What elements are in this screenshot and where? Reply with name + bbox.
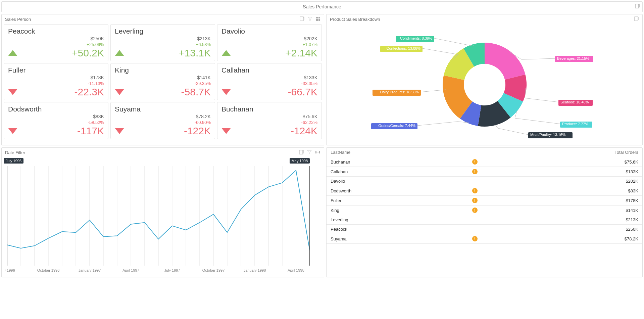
sales-card[interactable]: Fuller$178K-11.13%-22.3K [4,63,108,100]
range-start-badge[interactable]: July 1996 [4,158,23,164]
card-total: $78.2K [196,114,211,119]
card-name: Callahan [221,66,317,74]
trend-down-icon [115,89,124,95]
svg-rect-3 [318,17,320,18]
sales-card[interactable]: Davolio$202K+1.07%+2.14K [217,24,322,61]
donut-label: Meat/Poultry: 13.16% [528,132,573,138]
cell-total: $83K [503,188,638,193]
x-tick-label: April 1998 [288,268,304,272]
sales-card[interactable]: Callahan$133K-33.35%-66.7K [217,63,322,100]
table-row[interactable]: Suyama!$78.2K [327,234,642,244]
date-filter-panel: Date Filter July 1996 May 1998 July 1996… [1,147,324,277]
cell-lastname: Leverling [331,217,472,222]
card-total: $75.6K [303,114,317,119]
card-pct: -62.22% [301,120,317,125]
card-pct: -11.13% [88,81,104,86]
donut-label: Confections: 13.08% [380,46,423,52]
trend-down-icon [115,128,124,134]
trend-up-icon [221,50,231,56]
dashboard-title-bar: Sales Perfomance [1,1,643,12]
x-tick-label: April 1997 [122,268,139,272]
warning-icon: ! [472,159,478,165]
export-icon[interactable] [299,150,304,155]
card-pct: -33.35% [301,81,317,86]
svg-rect-5 [318,19,320,21]
x-tick-label: July 1997 [164,268,180,272]
svg-rect-0 [635,4,639,8]
table-row[interactable]: Leverling$213K [327,215,642,225]
filter-icon[interactable] [308,16,312,22]
card-total: $202K [304,36,317,41]
trend-up-icon [115,50,124,56]
cell-lastname: Suyama [331,236,472,241]
cell-total: $178K [503,198,638,203]
card-total: $133K [304,75,317,80]
card-total: $213K [197,36,211,41]
cell-lastname: Davolio [331,179,472,184]
col-header-total[interactable]: Total Orders [503,150,638,155]
sales-card[interactable]: Buchanan$75.6K-62.22%-124K [217,102,322,139]
cell-warn: ! [472,208,503,213]
warning-icon: ! [472,188,478,193]
sales-card[interactable]: Peacock$250K+25.09%+50.2K [4,24,108,61]
card-name: Davolio [221,27,317,35]
card-name: Dodsworth [8,105,104,113]
trend-up-icon [8,50,17,56]
filter-icon[interactable] [307,150,312,155]
line-chart[interactable]: July 1996October 1996January 1997April 1… [5,160,320,274]
card-delta: -122K [184,125,211,137]
cell-warn: ! [472,188,503,193]
card-total: $178K [91,75,104,80]
donut-label: Beverages: 21.15% [555,56,593,62]
card-delta: +50.2K [72,47,104,59]
x-tick-label: January 1998 [244,268,266,272]
table-row[interactable]: King!$141K [327,206,642,215]
table-row[interactable]: Dodsworth!$83K [327,186,642,196]
table-row[interactable]: Buchanan!$75.6K [327,157,642,167]
table-row[interactable]: Peacock$250K [327,225,642,234]
svg-text:Beverages: 21.15%: Beverages: 21.15% [557,56,589,60]
range-end-badge[interactable]: May 1998 [290,158,310,164]
range-handles-icon[interactable] [315,150,320,155]
export-icon[interactable] [634,16,639,22]
donut-chart[interactable]: Beverages: 21.15%Seafood: 10.46%Produce:… [357,28,612,138]
sales-card[interactable]: Dodsworth$83K-58.52%-117K [4,102,108,139]
warning-icon: ! [472,236,478,241]
card-delta: +13.1K [179,47,211,59]
x-tick-label: October 1996 [37,268,60,272]
card-total: $250K [91,36,104,41]
svg-text:Meat/Poultry: 13.16%: Meat/Poultry: 13.16% [530,133,565,137]
card-total: $141K [197,75,211,80]
svg-rect-25 [319,151,320,153]
donut-label: Seafood: 10.46% [558,100,593,106]
x-tick-label: July 1996 [5,268,15,272]
card-delta: -58.7K [181,86,211,98]
donut-slice[interactable] [485,43,525,80]
cell-warn: ! [472,236,503,241]
orders-table-panel: LastName Total Orders Buchanan!$75.6KCal… [326,147,643,277]
card-pct: +1.07% [303,42,317,47]
x-tick-label: October 1997 [202,268,225,272]
cell-total: $75.6K [503,160,638,165]
multi-select-icon[interactable] [316,16,320,22]
table-row[interactable]: Callahan!$133K [327,167,642,177]
donut-label: Condiments: 8.39% [396,36,434,42]
warning-icon: ! [472,198,478,203]
export-icon[interactable] [635,4,640,10]
svg-text:Seafood: 10.46%: Seafood: 10.46% [560,100,589,104]
card-pct: -58.52% [88,120,104,125]
sales-card[interactable]: Leverling$213K+6.53%+13.1K [110,24,215,61]
table-row[interactable]: Fuller!$178K [327,196,642,206]
sales-card[interactable]: King$141K-29.35%-58.7K [110,63,215,100]
sales-card[interactable]: Suyama$78.2K-60.90%-122K [110,102,215,139]
card-total: $83K [93,114,104,119]
cell-warn: ! [472,159,503,165]
export-icon[interactable] [300,16,304,22]
svg-text:Confections: 13.08%: Confections: 13.08% [386,46,420,50]
svg-text:Condiments: 8.39%: Condiments: 8.39% [400,36,432,40]
col-header-lastname[interactable]: LastName [331,150,472,155]
panel-title: Date Filter [5,150,25,155]
trend-down-icon [8,89,17,95]
cell-total: $250K [503,227,638,232]
table-row[interactable]: Davolio$202K [327,177,642,186]
